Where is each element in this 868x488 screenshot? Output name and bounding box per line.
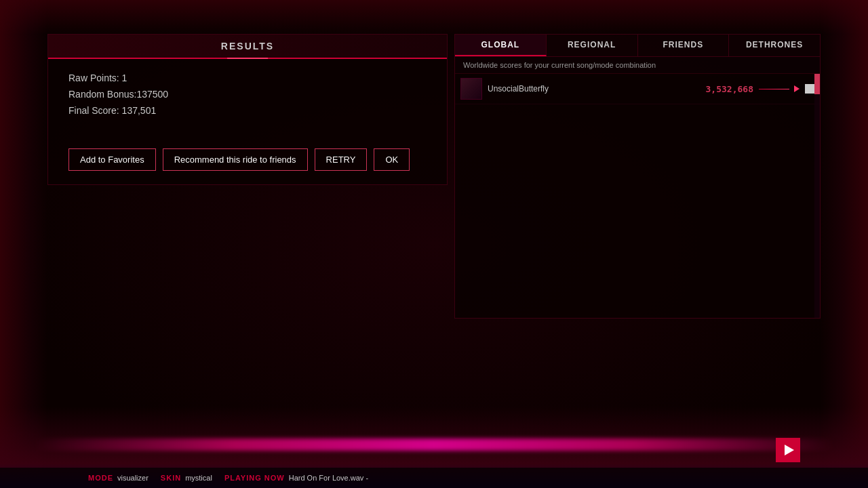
tab-regional[interactable]: REGIONAL [547, 35, 638, 56]
leaderboard-subtitle: Worldwide scores for your current song/m… [455, 57, 820, 74]
leaderboard-panel: GLOBAL REGIONAL FRIENDS DETHRONES Worldw… [454, 34, 821, 319]
recommend-button[interactable]: Recommend this ride to friends [163, 148, 308, 171]
add-favorites-button[interactable]: Add to Favorites [68, 148, 156, 171]
mode-value: visualizer [117, 474, 149, 482]
graph-arrow [794, 85, 800, 92]
final-score-line: Final Score: 137,501 [68, 105, 427, 116]
leaderboard-body: UnsocialButterfly 3,532,668 [455, 74, 820, 318]
leaderboard-scrollbar[interactable] [814, 74, 820, 318]
player-avatar [460, 78, 482, 100]
mode-label: MODE [88, 474, 113, 482]
score-graph [759, 82, 800, 96]
final-score-label: Final Score: [68, 105, 122, 116]
results-header: RESULTS [48, 35, 447, 59]
graph-line [759, 89, 789, 89]
raw-points-value: 1 [122, 73, 127, 83]
skin-value: mystical [185, 474, 212, 482]
main-content: RESULTS Raw Points: 1 Random Bonus:13750… [47, 34, 821, 451]
skin-label: SKIN [161, 474, 181, 482]
raw-points-label: Raw Points: [68, 73, 122, 83]
avatar-image [461, 79, 481, 99]
rank-icon [805, 84, 814, 94]
scrollbar-thumb[interactable] [814, 74, 820, 94]
leaderboard-entry: UnsocialButterfly 3,532,668 [455, 74, 820, 104]
random-bonus-line: Random Bonus:137500 [68, 89, 427, 100]
ok-button[interactable]: OK [374, 148, 410, 171]
final-score-value: 137,501 [122, 105, 157, 116]
results-panel: RESULTS Raw Points: 1 Random Bonus:13750… [47, 34, 448, 185]
leaderboard-tabs: GLOBAL REGIONAL FRIENDS DETHRONES [455, 35, 820, 57]
random-bonus-label: Random Bonus: [68, 89, 136, 100]
results-title: RESULTS [221, 41, 274, 52]
results-buttons: Add to Favorites Recommend this ride to … [48, 135, 447, 184]
play-button[interactable] [776, 438, 800, 462]
playing-label: PLAYING NOW [224, 474, 285, 482]
tab-global[interactable]: GLOBAL [455, 35, 547, 56]
raw-points-line: Raw Points: 1 [68, 73, 427, 83]
top-border-decoration [0, 0, 868, 34]
tab-friends[interactable]: FRIENDS [638, 35, 730, 56]
random-bonus-value: 137500 [136, 89, 168, 100]
results-body: Raw Points: 1 Random Bonus:137500 Final … [48, 59, 447, 135]
player-score: 3,532,668 [706, 84, 753, 94]
player-username: UnsocialButterfly [488, 84, 701, 94]
playing-value: Hard On For Love.wav - [289, 474, 368, 482]
status-bar: MODE visualizer SKIN mystical PLAYING NO… [0, 468, 868, 488]
retry-button[interactable]: RETRY [315, 148, 368, 171]
tab-dethrones[interactable]: DETHRONES [729, 35, 820, 56]
